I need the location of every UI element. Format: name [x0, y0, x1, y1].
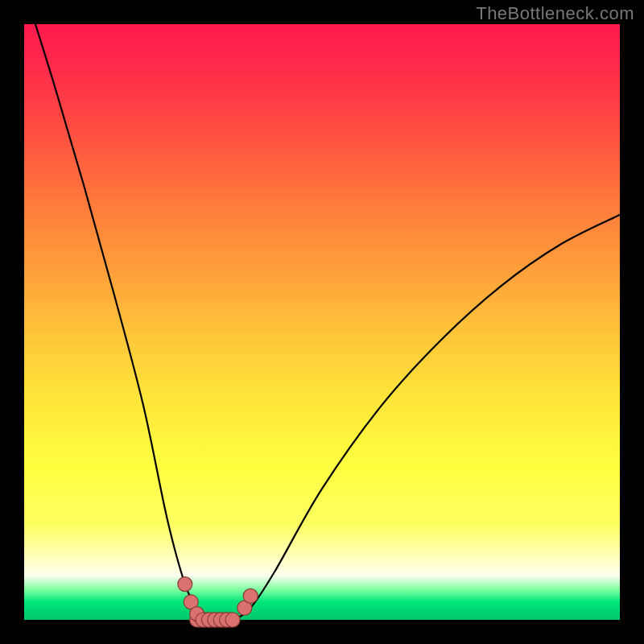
watermark-text: TheBottleneck.com [476, 3, 634, 24]
bottleneck-curve [24, 24, 620, 620]
marker-dot [178, 577, 192, 592]
curve-path [24, 0, 620, 621]
plot-area [24, 24, 620, 620]
chart-frame: TheBottleneck.com [0, 0, 644, 644]
marker-dot [243, 588, 258, 603]
curve-markers [178, 577, 258, 627]
marker-dot [225, 613, 240, 627]
